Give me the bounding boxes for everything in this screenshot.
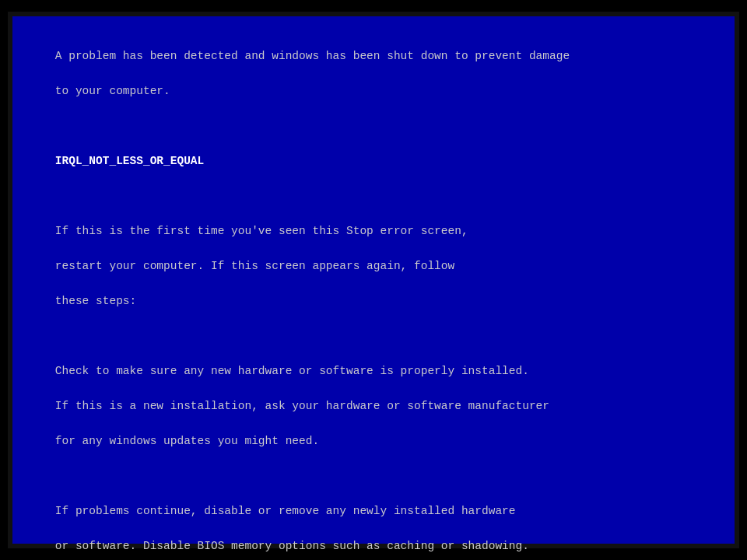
section3-line2: or software. Disable BIOS memory options… [55, 540, 529, 552]
section1-line2: restart your computer. If this screen ap… [55, 260, 454, 272]
error-code: IRQL_NOT_LESS_OR_EQUAL [55, 155, 204, 167]
section1-line1: If this is the first time you've seen th… [55, 225, 468, 237]
section2-line3: for any windows updates you might need. [55, 435, 319, 447]
section1-line3: these steps: [55, 295, 136, 307]
line2: to your computer. [55, 85, 170, 97]
line1: A problem has been detected and windows … [55, 50, 570, 62]
section3-line1: If problems continue, disable or remove … [55, 505, 516, 517]
section2-line2: If this is a new installation, ask your … [55, 400, 549, 412]
section2-line1: Check to make sure any new hardware or s… [55, 365, 529, 377]
monitor-frame: A problem has been detected and windows … [8, 12, 739, 548]
bsod-screen: A problem has been detected and windows … [28, 30, 719, 560]
